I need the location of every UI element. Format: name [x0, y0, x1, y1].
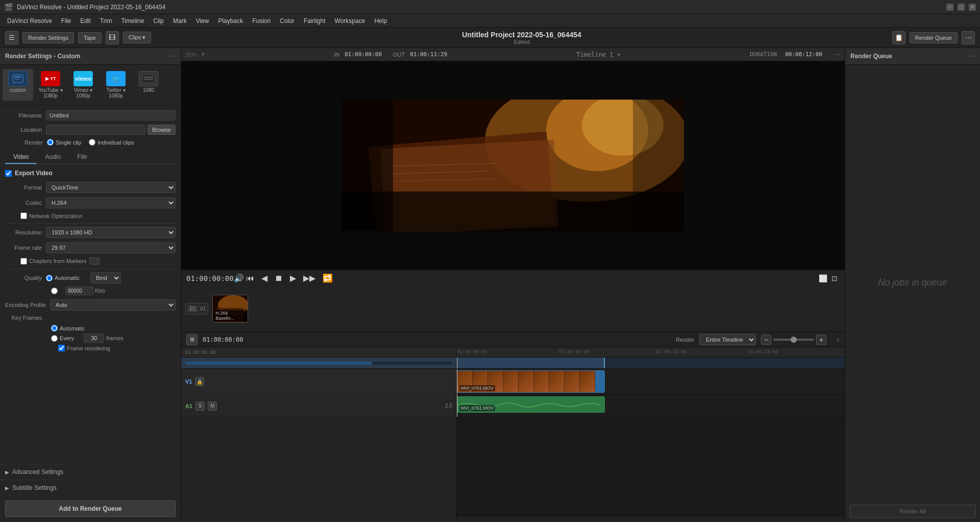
chapters-options-icon[interactable] — [89, 257, 100, 265]
close-button[interactable]: ✕ — [969, 4, 976, 11]
title-bar: 🎬 DaVinci Resolve - Untitled Project 202… — [0, 0, 980, 14]
render-queue-button[interactable]: Render Queue — [910, 32, 958, 43]
tab-file[interactable]: File — [69, 151, 95, 164]
v1-track-label: V1 🔒 — [181, 369, 457, 394]
export-video-row: Export Video — [5, 170, 176, 177]
menu-edit[interactable]: Edit — [76, 16, 95, 26]
subtitle-settings-section[interactable]: ▶ Subtitle Settings — [0, 480, 181, 495]
panel-options-icon[interactable]: ⋯ — [168, 52, 176, 60]
menu-clip[interactable]: Clip — [149, 16, 168, 26]
encoding-profile-select[interactable]: Auto — [50, 299, 176, 311]
clips-icon[interactable]: 🎞 — [106, 31, 119, 44]
menu-davinci[interactable]: DaVinci Resolve — [3, 16, 56, 26]
clips-button[interactable]: Clips ▾ — [123, 32, 152, 43]
preset-custom[interactable]: custom — [3, 69, 33, 101]
a1-s-button[interactable]: S — [195, 401, 205, 411]
zoom-in-button[interactable]: + — [816, 335, 826, 345]
export-video-checkbox[interactable] — [5, 170, 12, 177]
v1-lock-icon[interactable]: 🔒 — [195, 377, 204, 386]
out-timecode: 01:00:11:29 — [410, 51, 447, 58]
timeline-scrollbar[interactable] — [457, 516, 845, 522]
add-to-render-queue-button[interactable]: Add to Render Queue — [5, 501, 176, 517]
tab-audio[interactable]: Audio — [37, 151, 69, 164]
render-settings-button[interactable]: Render Settings — [22, 32, 74, 43]
audio-icon[interactable]: 🔊 — [234, 273, 244, 283]
keyframes-label: Key Frames — [5, 315, 46, 321]
minimize-button[interactable]: ─ — [946, 4, 953, 11]
render-queue-icon[interactable]: 📋 — [892, 31, 905, 44]
clip-header: 01 V1 — [188, 305, 206, 312]
next-frame-button[interactable]: ▶▶ — [301, 272, 317, 284]
zoom-thumb — [791, 337, 797, 343]
keyframes-auto-radio[interactable]: Automatic — [51, 325, 85, 331]
quality-kb-radio[interactable] — [51, 288, 58, 294]
frame-reorder-checkbox[interactable] — [58, 345, 65, 351]
location-input[interactable] — [46, 125, 145, 135]
network-opt-checkbox[interactable] — [20, 212, 27, 219]
preview-options-icon[interactable]: ⋯ — [834, 51, 841, 59]
render-queue-options-icon[interactable]: ⋯ — [968, 52, 975, 60]
framerate-select[interactable]: 29.97 — [46, 242, 176, 253]
individual-clips-radio[interactable]: Individual clips — [89, 139, 134, 146]
menu-color[interactable]: Color — [276, 16, 299, 26]
quality-best-select[interactable]: Best — [90, 272, 121, 283]
render-settings-title: Render Settings - Custom — [5, 53, 80, 60]
preview-area: 01:00:00:00 🔊 ⏮ ◀ ⏹ ▶ ▶▶ 🔁 ⬜ ⊡ — [181, 61, 845, 286]
quality-kb-input[interactable] — [65, 287, 93, 295]
menu-mark[interactable]: Mark — [169, 16, 191, 26]
filename-input[interactable] — [46, 110, 176, 121]
media-pool-icon[interactable]: ☰ — [5, 31, 18, 44]
menu-help[interactable]: Help — [370, 16, 391, 26]
chapters-checkbox[interactable] — [20, 258, 27, 265]
a1-m-button[interactable]: M — [208, 401, 217, 411]
menu-timeline[interactable]: Timeline — [117, 16, 148, 26]
format-select[interactable]: QuickTime — [46, 182, 176, 193]
tab-video[interactable]: Video — [5, 151, 37, 164]
menu-fairlight[interactable]: Fairlight — [300, 16, 330, 26]
preset-youtube[interactable]: ▶ YT YouTube ▾ 1080p — [35, 69, 66, 101]
preset-vimeo[interactable]: vimeo Vimeo ▾ 1080p — [68, 69, 99, 101]
menu-file[interactable]: File — [57, 16, 75, 26]
codec-select[interactable]: H.264 — [46, 197, 176, 208]
prev-frame-button[interactable]: ◀ — [259, 272, 270, 284]
playhead-line — [457, 358, 457, 368]
selection-range-visual[interactable] — [457, 358, 605, 368]
render-option-select[interactable]: Entire Timeline — [699, 334, 756, 345]
settings-icon[interactable]: ⋯ — [962, 31, 975, 44]
menu-workspace[interactable]: Workspace — [331, 16, 370, 26]
render-all-button[interactable]: Render All — [849, 505, 976, 518]
loop-button[interactable]: 🔁 — [321, 272, 335, 284]
zoom-out-button[interactable]: − — [761, 335, 771, 345]
go-to-start-button[interactable]: ⏮ — [244, 273, 256, 284]
ruler-mark-1: 01:00:08:00 — [559, 349, 590, 354]
selection-bar[interactable] — [185, 362, 452, 365]
menu-view[interactable]: View — [192, 16, 213, 26]
menu-playback[interactable]: Playback — [214, 16, 247, 26]
tape-button[interactable]: Tape — [78, 32, 102, 43]
location-label: Location — [5, 127, 46, 133]
stop-button[interactable]: ⏹ — [273, 273, 285, 284]
keyframes-every-input[interactable] — [84, 334, 104, 343]
advanced-settings-section[interactable]: ▶ Advanced Settings — [0, 464, 181, 480]
quality-kb-row: Kb/s — [5, 287, 176, 295]
fullscreen-button[interactable]: ⬜ — [817, 273, 829, 283]
preset-twitter[interactable]: 🐦 Twitter ▾ 1080p — [101, 69, 131, 101]
timeline-icon[interactable]: ⊞ — [186, 334, 198, 345]
codec-row: Codec H.264 — [5, 197, 176, 208]
a1-clip[interactable]: MVI_0761.MOV — [457, 396, 605, 413]
preset-other[interactable]: 1080 — [133, 69, 164, 101]
resolution-select[interactable]: 1920 x 1080 HD — [46, 227, 176, 238]
audio-meter-icon[interactable]: ♪ — [836, 335, 840, 344]
play-button[interactable]: ▶ — [288, 272, 298, 284]
pip-button[interactable]: ⊡ — [829, 273, 840, 283]
keyframes-every-radio[interactable]: Every — [51, 335, 74, 342]
quality-auto-radio[interactable]: Automatic — [46, 275, 80, 281]
menu-trim[interactable]: Trim — [96, 16, 116, 26]
menu-fusion[interactable]: Fusion — [248, 16, 275, 26]
maximize-button[interactable]: □ — [958, 4, 965, 11]
v1-clip[interactable]: MVI_0761.MOV — [457, 370, 605, 393]
zoom-slider[interactable] — [773, 339, 814, 341]
timeline-ruler-right: 01:00:00:00 01:00:08:00 01:00:16:00 01:0… — [457, 347, 845, 358]
single-clip-radio[interactable]: Single clip — [47, 139, 81, 146]
browse-button[interactable]: Browse — [148, 125, 176, 135]
